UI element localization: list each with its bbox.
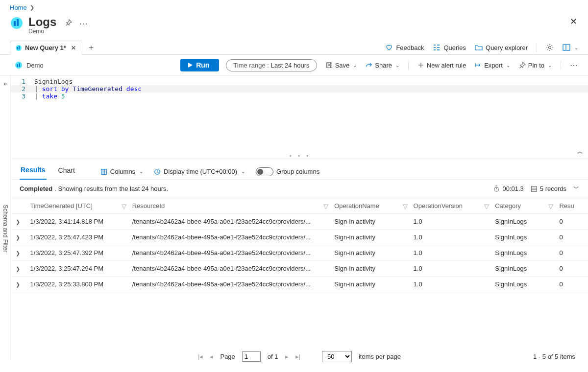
- page-subtitle: Demo: [28, 28, 56, 35]
- svg-point-6: [549, 46, 551, 49]
- columns-icon: [100, 168, 107, 175]
- timerange-selector[interactable]: Time range : Last 24 hours: [226, 59, 317, 71]
- filter-icon[interactable]: ▽: [484, 203, 489, 210]
- run-button[interactable]: Run: [180, 59, 219, 71]
- group-columns-toggle[interactable]: Group columns: [256, 167, 319, 176]
- more-icon[interactable]: ⋯: [79, 18, 88, 29]
- chevron-right-icon: ❯: [30, 4, 34, 11]
- pin-icon: [519, 62, 526, 69]
- tab-label: New Query 1*: [25, 44, 66, 51]
- query-tabs: New Query 1* ✕ ＋ Feedback Queries Query …: [0, 41, 588, 55]
- queries-button[interactable]: Queries: [433, 44, 466, 51]
- query-toolbar: Demo Run Time range : Last 24 hours Save…: [0, 55, 588, 76]
- share-button[interactable]: Share⌄: [366, 62, 399, 69]
- col-category[interactable]: Category▽: [493, 198, 557, 214]
- chevron-down-icon: ⌄: [574, 45, 578, 50]
- schema-sidebar-rail: » Schema and Filter: [0, 76, 11, 360]
- svg-rect-7: [563, 45, 570, 50]
- breadcrumb-home[interactable]: Home: [10, 4, 27, 11]
- svg-rect-5: [19, 46, 20, 49]
- more-actions-icon[interactable]: ⋯: [570, 61, 578, 70]
- pager-first-icon[interactable]: |◂: [198, 353, 203, 360]
- filter-icon[interactable]: ▽: [548, 203, 553, 210]
- settings-icon[interactable]: [546, 44, 554, 51]
- collapse-editor-icon[interactable]: ︽: [577, 147, 583, 156]
- logs-small-icon: [15, 61, 23, 69]
- export-button[interactable]: Export⌄: [475, 62, 510, 69]
- pager-next-icon[interactable]: ▸: [285, 353, 289, 360]
- pager: |◂ ◂ Page of 1 ▸ ▸| 50 items per page 1 …: [11, 346, 588, 367]
- svg-rect-9: [17, 64, 19, 67]
- col-timegenerated[interactable]: TimeGenerated [UTC]▽: [28, 198, 130, 214]
- tab-chart[interactable]: Chart: [57, 164, 76, 179]
- resize-grip-icon[interactable]: • • •: [289, 153, 310, 159]
- breadcrumb: Home ❯: [0, 0, 588, 13]
- table-row[interactable]: ❯1/3/2022, 3:25:33.800 PM/tenants/4b2462…: [11, 277, 588, 292]
- svg-rect-14: [532, 186, 537, 191]
- col-overflow[interactable]: Resu: [557, 198, 588, 214]
- elapsed-time: 00:01.3: [493, 185, 523, 192]
- grid-header-row: TimeGenerated [UTC]▽ ResourceId▽ Operati…: [11, 198, 588, 214]
- pin-to-button[interactable]: Pin to⌄: [519, 62, 552, 69]
- close-icon[interactable]: ✕: [570, 16, 577, 27]
- pin-icon[interactable]: [65, 19, 72, 26]
- results-grid: TimeGenerated [UTC]▽ ResourceId▽ Operati…: [11, 198, 588, 292]
- query-explorer-button[interactable]: Query explorer: [475, 44, 528, 51]
- table-row[interactable]: ❯1/3/2022, 3:25:47.423 PM/tenants/4b2462…: [11, 230, 588, 245]
- col-operationname[interactable]: OperationName▽: [332, 198, 411, 214]
- panel-layout-button[interactable]: ⌄: [563, 44, 578, 51]
- display-time-button[interactable]: Display time (UTC+00:00)⌄: [154, 168, 245, 175]
- pager-prev-icon[interactable]: ◂: [210, 353, 213, 360]
- save-icon: [326, 62, 333, 69]
- folder-icon: [475, 44, 483, 51]
- tab-results[interactable]: Results: [20, 164, 47, 180]
- expand-row-icon[interactable]: ❯: [16, 219, 20, 225]
- svg-rect-1: [14, 21, 16, 26]
- expand-status-icon[interactable]: ︾: [573, 185, 579, 193]
- add-tab-icon[interactable]: ＋: [87, 43, 95, 53]
- pager-last-icon[interactable]: ▸|: [295, 353, 300, 360]
- table-row[interactable]: ❯1/3/2022, 3:25:47.294 PM/tenants/4b2462…: [11, 261, 588, 277]
- svg-rect-10: [19, 63, 21, 67]
- play-icon: [187, 62, 193, 68]
- filter-icon[interactable]: ▽: [323, 203, 328, 210]
- pager-pagesize-select[interactable]: 50: [322, 351, 352, 362]
- share-icon: [366, 62, 372, 69]
- plus-icon: [417, 62, 424, 69]
- expand-row-icon[interactable]: ❯: [16, 281, 20, 287]
- status-line: Completed . Showing results from the las…: [11, 180, 588, 198]
- results-toolbar: Results Chart Columns⌄ Display time (UTC…: [11, 159, 588, 180]
- feedback-button[interactable]: Feedback: [385, 44, 424, 51]
- save-button[interactable]: Save⌄: [326, 62, 357, 69]
- table-row[interactable]: ❯1/3/2022, 3:41:14.818 PM/tenants/4b2462…: [11, 214, 588, 230]
- sidebar-label: Schema and Filter: [2, 205, 9, 252]
- tab-close-icon[interactable]: ✕: [71, 45, 76, 51]
- expand-sidebar-icon[interactable]: »: [3, 80, 7, 87]
- svg-rect-11: [101, 169, 107, 174]
- new-alert-button[interactable]: New alert rule: [417, 62, 466, 69]
- table-row[interactable]: ❯1/3/2022, 3:25:47.392 PM/tenants/4b2462…: [11, 245, 588, 261]
- record-count: 5 records: [531, 185, 566, 192]
- col-operationversion[interactable]: OperationVersion▽: [412, 198, 493, 214]
- expand-row-icon[interactable]: ❯: [16, 234, 20, 240]
- toggle-icon: [256, 167, 273, 176]
- logs-small-icon: [15, 45, 22, 51]
- filter-icon[interactable]: ▽: [122, 203, 126, 210]
- columns-button[interactable]: Columns⌄: [100, 168, 143, 175]
- tab-new-query[interactable]: New Query 1* ✕: [10, 41, 82, 55]
- stopwatch-icon: [493, 186, 500, 192]
- svg-rect-2: [17, 19, 19, 26]
- query-editor[interactable]: 1SigninLogs 2| sort by TimeGenerated des…: [11, 76, 588, 159]
- expand-row-icon[interactable]: ❯: [16, 266, 20, 272]
- expand-row-icon[interactable]: ❯: [16, 250, 20, 256]
- svg-rect-4: [17, 47, 18, 49]
- scope-selector[interactable]: Demo: [15, 61, 44, 69]
- page-header: Logs Demo ⋯ ✕: [0, 13, 588, 41]
- col-resourceid[interactable]: ResourceId▽: [130, 198, 332, 214]
- filter-icon[interactable]: ▽: [403, 203, 408, 210]
- heart-icon: [385, 44, 393, 51]
- panel-icon: [563, 44, 570, 51]
- pager-page-input[interactable]: [242, 351, 261, 362]
- pager-summary: 1 - 5 of 5 items: [533, 353, 575, 360]
- svg-point-8: [15, 62, 22, 69]
